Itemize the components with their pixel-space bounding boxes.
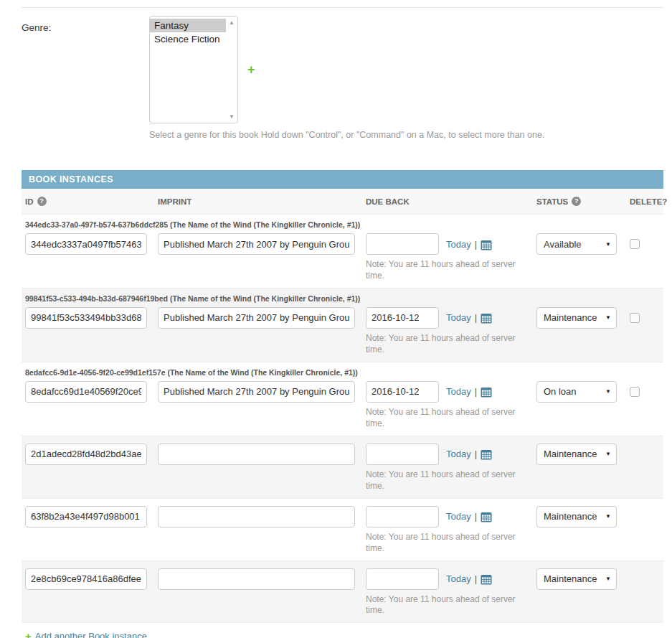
book-instance-row: 8edafcc6-9d1e-4056-9f20-ce99d1ef157e (Th… [22, 362, 663, 436]
today-link[interactable]: Today [446, 449, 471, 459]
status-value: Maintenance [544, 312, 597, 323]
instance-title: 344edc33-37a0-497f-b574-637b6ddcf285 (Th… [25, 220, 663, 229]
column-header-status: STATUS ? [533, 197, 626, 206]
module-header: BOOK INSTANCES [22, 170, 663, 189]
status-value: Available [544, 239, 582, 250]
chevron-down-icon: ▼ [605, 451, 611, 457]
due-back-input[interactable] [366, 233, 439, 255]
status-header-label: STATUS [536, 197, 568, 206]
chevron-down-icon: ▼ [605, 388, 611, 395]
plus-icon: + [25, 631, 32, 638]
delete-checkbox[interactable] [630, 313, 640, 323]
timezone-note: Note: You are 11 hours ahead of server t… [366, 594, 522, 617]
column-header-imprint: IMPRINT [154, 197, 362, 206]
chevron-down-icon: ▼ [605, 576, 611, 582]
calendar-icon[interactable] [481, 574, 492, 585]
imprint-input[interactable] [158, 381, 355, 403]
delete-checkbox[interactable] [630, 239, 640, 249]
timezone-note: Note: You are 11 hours ahead of server t… [366, 259, 522, 282]
id-input[interactable] [25, 381, 147, 403]
due-back-input[interactable] [366, 307, 439, 329]
genre-option-science-fiction[interactable]: Science Fiction [150, 32, 226, 46]
id-input[interactable] [25, 444, 147, 465]
calendar-icon[interactable] [481, 387, 492, 398]
calendar-icon[interactable] [481, 449, 492, 460]
chevron-down-icon: ▼ [605, 314, 611, 321]
calendar-icon[interactable] [481, 313, 492, 324]
scroll-up-icon[interactable]: ▲ [226, 19, 237, 26]
book-instance-row: 99841f53-c533-494b-b33d-687946f19bed (Th… [22, 288, 663, 362]
status-select[interactable]: Maintenance ▼ [536, 444, 617, 465]
status-value: On loan [544, 386, 577, 397]
status-select[interactable]: Maintenance ▼ [536, 307, 617, 329]
id-input[interactable] [25, 568, 147, 590]
id-input[interactable] [25, 233, 147, 255]
column-header-id: ID ? [22, 197, 154, 206]
calendar-icon[interactable] [481, 240, 492, 250]
id-header-label: ID [25, 197, 34, 206]
instance-title: 8edafcc6-9d1e-4056-9f20-ce99d1ef157e (Th… [25, 368, 663, 377]
imprint-input[interactable] [158, 568, 355, 590]
genre-field-row: Genre: Fantasy Science Fiction ▲ ▼ + [22, 16, 663, 123]
id-input[interactable] [25, 307, 147, 329]
column-header-due-back: DUE BACK [362, 197, 533, 206]
genre-help-text: Select a genre for this book Hold down "… [149, 130, 663, 140]
id-input[interactable] [25, 506, 147, 527]
book-instance-row: Today | Note: You are 11 hours ahead of … [22, 561, 663, 624]
today-link[interactable]: Today [446, 511, 471, 522]
timezone-note: Note: You are 11 hours ahead of server t… [366, 407, 522, 430]
today-link[interactable]: Today [446, 386, 471, 397]
pipe-separator: | [475, 312, 477, 323]
delete-checkbox[interactable] [630, 387, 640, 397]
due-back-input[interactable] [366, 506, 439, 527]
genre-option-fantasy[interactable]: Fantasy [150, 19, 226, 32]
help-icon[interactable]: ? [572, 197, 581, 206]
due-back-input[interactable] [366, 381, 439, 403]
pipe-separator: | [475, 573, 477, 584]
add-instance-row: + Add another Book instance [22, 623, 663, 638]
today-link[interactable]: Today [446, 312, 471, 323]
due-back-input[interactable] [366, 444, 439, 465]
add-genre-icon[interactable]: + [247, 63, 255, 76]
pipe-separator: | [475, 511, 477, 522]
instance-title: 99841f53-c533-494b-b33d-687946f19bed (Th… [25, 294, 663, 303]
timezone-note: Note: You are 11 hours ahead of server t… [366, 333, 522, 356]
status-select[interactable]: Maintenance ▼ [536, 568, 617, 590]
scrollbar[interactable]: ▲ ▼ [226, 17, 237, 123]
due-back-input[interactable] [366, 568, 439, 590]
help-icon[interactable]: ? [37, 197, 47, 206]
pipe-separator: | [475, 449, 477, 459]
table-header-row: ID ? IMPRINT DUE BACK STATUS ? DELETE? [22, 189, 663, 215]
chevron-down-icon: ▼ [605, 241, 611, 248]
book-change-form: Genre: Fantasy Science Fiction ▲ ▼ + Sel… [0, 7, 672, 638]
genre-options: Fantasy Science Fiction [150, 19, 226, 46]
genre-label: Genre: [22, 16, 149, 123]
genre-multiselect[interactable]: Fantasy Science Fiction ▲ ▼ [149, 16, 238, 123]
pipe-separator: | [475, 386, 477, 397]
today-link[interactable]: Today [446, 573, 471, 584]
status-select[interactable]: Maintenance ▼ [536, 506, 617, 527]
today-link[interactable]: Today [446, 239, 471, 250]
add-book-instance-link[interactable]: Add another Book instance [35, 631, 147, 638]
status-select[interactable]: Available ▼ [536, 233, 617, 255]
imprint-input[interactable] [158, 233, 355, 255]
status-value: Maintenance [544, 511, 597, 522]
book-instance-row: Today | Note: You are 11 hours ahead of … [22, 499, 663, 561]
pipe-separator: | [475, 239, 477, 250]
imprint-input[interactable] [158, 444, 355, 465]
status-value: Maintenance [544, 449, 597, 459]
imprint-input[interactable] [158, 307, 355, 329]
timezone-note: Note: You are 11 hours ahead of server t… [366, 532, 522, 555]
chevron-down-icon: ▼ [605, 513, 611, 520]
column-header-delete: DELETE? [626, 197, 672, 206]
calendar-icon[interactable] [481, 512, 492, 522]
imprint-input[interactable] [158, 506, 355, 527]
scroll-down-icon[interactable]: ▼ [226, 113, 237, 120]
timezone-note: Note: You are 11 hours ahead of server t… [366, 469, 522, 492]
book-instances-module: BOOK INSTANCES ID ? IMPRINT DUE BACK STA… [22, 170, 663, 638]
book-instance-row: 344edc33-37a0-497f-b574-637b6ddcf285 (Th… [22, 215, 663, 288]
fieldset-divider [22, 7, 663, 8]
status-value: Maintenance [544, 573, 597, 584]
status-select[interactable]: On loan ▼ [536, 381, 617, 403]
book-instance-row: Today | Note: You are 11 hours ahead of … [22, 436, 663, 499]
